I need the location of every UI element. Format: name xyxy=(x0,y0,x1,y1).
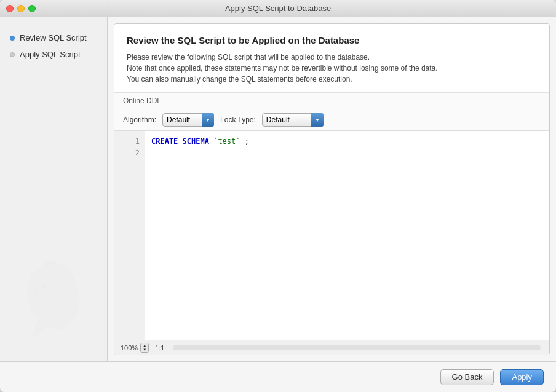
window: Apply SQL Script to Database Review SQL … xyxy=(0,0,556,392)
content-desc-1: Please review the following SQL script t… xyxy=(127,52,537,63)
main-area: Review SQL Script Apply SQL Script xyxy=(0,17,556,361)
status-bar: 100% ▲ ▼ 1:1 xyxy=(114,340,549,355)
content-panel: Review the SQL Script to be Applied on t… xyxy=(114,23,550,355)
active-dot xyxy=(10,36,15,41)
close-button[interactable] xyxy=(6,5,14,12)
sidebar-label-apply: Apply SQL Script xyxy=(20,50,81,59)
sidebar-item-apply-sql-script[interactable]: Apply SQL Script xyxy=(0,46,107,63)
traffic-lights xyxy=(6,5,36,12)
apply-button[interactable]: Apply xyxy=(500,369,544,385)
zoom-down-icon[interactable]: ▼ xyxy=(141,348,148,352)
content-desc-2: Note that once applied, these statements… xyxy=(127,63,537,74)
zoom-control: 100% ▲ ▼ xyxy=(121,343,149,353)
algorithm-select-wrapper: Default INPLACE COPY xyxy=(162,113,214,127)
maximize-button[interactable] xyxy=(28,5,36,12)
algorithm-label: Algorithm: xyxy=(123,116,156,124)
code-content[interactable]: CREATE SCHEMA `test` ; xyxy=(145,131,549,340)
content-title: Review the SQL Script to be Applied on t… xyxy=(127,35,537,45)
minimize-button[interactable] xyxy=(17,5,25,12)
ddl-label: Online DDL xyxy=(114,93,549,109)
lock-type-label: Lock Type: xyxy=(220,116,256,124)
sidebar: Review SQL Script Apply SQL Script xyxy=(0,17,108,361)
status-scrollbar[interactable] xyxy=(173,345,541,350)
window-title: Apply SQL Script to Database xyxy=(225,4,331,13)
footer: Go Back Apply xyxy=(0,361,556,392)
mysql-dolphin-icon xyxy=(17,257,90,349)
zoom-stepper[interactable]: ▲ ▼ xyxy=(140,343,149,353)
sidebar-label-review: Review SQL Script xyxy=(20,33,87,42)
titlebar: Apply SQL Script to Database xyxy=(0,0,556,17)
svg-point-0 xyxy=(42,284,47,289)
lock-type-select-wrapper: Default NONE SHARED EXCLUSIVE xyxy=(262,113,324,127)
line-numbers: 1 2 xyxy=(114,131,145,340)
zoom-up-icon[interactable]: ▲ xyxy=(141,343,148,348)
algorithm-select[interactable]: Default INPLACE COPY xyxy=(162,113,214,127)
content-desc-3: You can also manually change the SQL sta… xyxy=(127,74,537,85)
ddl-controls: Algorithm: Default INPLACE COPY Lock Typ… xyxy=(114,109,549,130)
zoom-value: 100% xyxy=(121,344,138,351)
string-test: `test` xyxy=(213,137,240,146)
sql-area: Online DDL Algorithm: Default INPLACE CO… xyxy=(114,93,549,355)
keyword-create: CREATE SCHEMA xyxy=(151,137,209,146)
punct-semi: ; xyxy=(245,137,249,146)
go-back-button[interactable]: Go Back xyxy=(440,369,494,385)
code-editor[interactable]: 1 2 CREATE SCHEMA `test` ; xyxy=(114,131,549,340)
content-header: Review the SQL Script to be Applied on t… xyxy=(114,24,549,93)
line-number-1: 1 xyxy=(114,136,145,147)
cursor-position: 1:1 xyxy=(155,344,164,351)
lock-type-select[interactable]: Default NONE SHARED EXCLUSIVE xyxy=(262,113,324,127)
line-number-2: 2 xyxy=(114,147,145,159)
ddl-section: Online DDL Algorithm: Default INPLACE CO… xyxy=(114,93,549,131)
sidebar-item-review-sql-script[interactable]: Review SQL Script xyxy=(0,29,107,46)
sidebar-logo xyxy=(0,257,107,349)
inactive-dot xyxy=(10,52,15,57)
